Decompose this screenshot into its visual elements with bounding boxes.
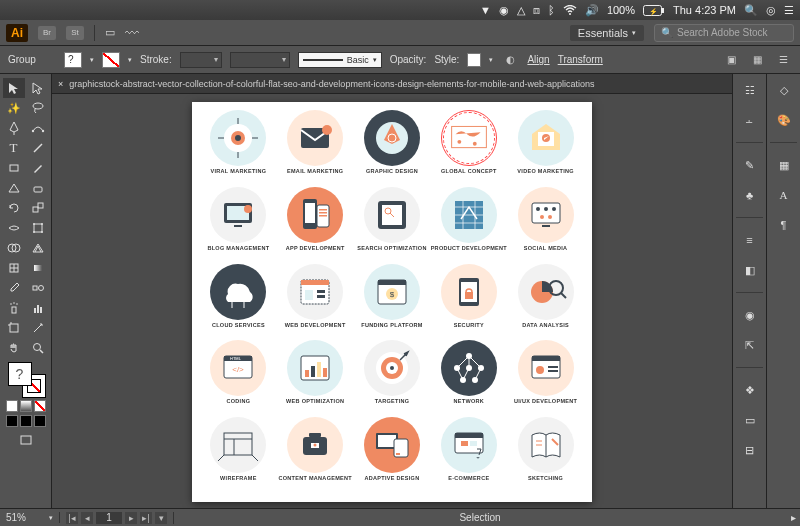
fill-color[interactable]: ?	[8, 362, 32, 386]
brushes-panel-icon[interactable]: ✎	[739, 155, 761, 175]
symbols-panel-icon[interactable]: ♣	[739, 185, 761, 205]
shaper-tool[interactable]	[3, 178, 25, 198]
fill-swatch[interactable]: ?	[64, 52, 82, 68]
status-menu-icon[interactable]: ▸	[786, 512, 800, 523]
gradient-tool[interactable]	[27, 258, 49, 278]
blend-tool[interactable]	[27, 278, 49, 298]
icon-cell[interactable]: Adaptive Design	[354, 417, 431, 494]
canvas-area[interactable]: × graphicstock-abstract-vector-collectio…	[52, 74, 732, 508]
icon-cell[interactable]: Search Optimization	[354, 187, 431, 264]
zoom-dropdown[interactable]: 51%▾	[0, 512, 60, 523]
icon-cell[interactable]: Email Marketing	[277, 110, 354, 187]
wifi-icon[interactable]	[563, 5, 577, 15]
hand-tool[interactable]	[3, 338, 25, 358]
icon-monitor[interactable]	[210, 187, 266, 243]
export-panel-icon[interactable]: ⇱	[739, 335, 761, 355]
icon-lock[interactable]	[441, 264, 497, 320]
icon-map[interactable]	[441, 110, 497, 166]
zoom-tool[interactable]	[27, 338, 49, 358]
artboard[interactable]: Viral MarketingEmail MarketingGraphic De…	[192, 102, 592, 502]
swatches-panel-icon[interactable]: ▦	[773, 155, 795, 175]
icon-cell[interactable]: $Funding Platform	[354, 264, 431, 341]
spotlight-icon[interactable]: 🔍	[744, 4, 758, 17]
icon-blueprint[interactable]	[441, 187, 497, 243]
icon-cart[interactable]	[441, 417, 497, 473]
stroke-panel-icon[interactable]: ≡	[739, 230, 761, 250]
icon-cell[interactable]: Cloud Services	[200, 264, 277, 341]
icon-cell[interactable]: Data Analysis	[507, 264, 584, 341]
transparency-panel-icon[interactable]: ◧	[739, 260, 761, 280]
icon-cell[interactable]: Viral Marketing	[200, 110, 277, 187]
icon-cell[interactable]: Graphic Design	[354, 110, 431, 187]
eraser-tool[interactable]	[27, 178, 49, 198]
icon-cell[interactable]: Targeting	[354, 340, 431, 417]
normal-draw-icon[interactable]	[6, 415, 18, 427]
pen-tool[interactable]	[3, 118, 25, 138]
rectangle-tool[interactable]	[3, 158, 25, 178]
icon-cell[interactable]: Web Development	[277, 264, 354, 341]
style-swatch[interactable]	[467, 53, 481, 67]
icon-eye[interactable]	[210, 110, 266, 166]
transform-label[interactable]: Transform	[558, 54, 603, 65]
icon-cell[interactable]: Content Management	[277, 417, 354, 494]
bluetooth-icon[interactable]: ᛒ	[548, 4, 555, 16]
workspace-switcher[interactable]: Essentials▾	[570, 25, 644, 41]
lasso-tool[interactable]	[27, 98, 49, 118]
icon-cell[interactable]: Global Concept	[430, 110, 507, 187]
type-tool[interactable]: T	[3, 138, 25, 158]
shape-builder-tool[interactable]	[3, 238, 25, 258]
screen-mode-icon[interactable]	[15, 430, 37, 450]
artboard-nav-menu[interactable]: ▾	[155, 512, 167, 524]
icon-cell[interactable]: HTML</>Coding	[200, 340, 277, 417]
paintbrush-tool[interactable]	[27, 158, 49, 178]
icon-devices[interactable]	[364, 417, 420, 473]
icon-book[interactable]	[518, 417, 574, 473]
icon-briefcase[interactable]	[287, 417, 343, 473]
stock-search-input[interactable]: 🔍Search Adobe Stock	[654, 24, 794, 42]
icon-net[interactable]	[441, 340, 497, 396]
draw-behind-icon[interactable]	[20, 415, 32, 427]
siri-icon[interactable]: ◎	[766, 4, 776, 17]
perspective-grid-tool[interactable]	[27, 238, 49, 258]
free-transform-tool[interactable]	[27, 218, 49, 238]
artboards-panel-icon[interactable]: ▭	[739, 410, 761, 430]
icon-wireframe[interactable]	[210, 417, 266, 473]
icon-window[interactable]	[287, 264, 343, 320]
artboard-number[interactable]: 1	[96, 512, 122, 524]
libraries-panel-icon[interactable]: ◇	[773, 80, 795, 100]
brush-dropdown[interactable]: Basic▾	[298, 52, 382, 68]
control-menu-icon[interactable]: ☰	[774, 52, 792, 68]
color-mode-icon[interactable]	[6, 400, 18, 412]
align-label[interactable]: Align	[527, 54, 549, 65]
direct-selection-tool[interactable]	[27, 78, 49, 98]
icon-envelope[interactable]	[287, 110, 343, 166]
recolor-artwork-icon[interactable]: ◐	[501, 52, 519, 68]
line-tool[interactable]	[27, 138, 49, 158]
magic-wand-tool[interactable]: ✨	[3, 98, 25, 118]
icon-cell[interactable]: UI/UX Development	[507, 340, 584, 417]
icon-bars[interactable]	[287, 340, 343, 396]
paragraph-panel-icon[interactable]: ¶	[773, 215, 795, 235]
icon-mailopen[interactable]	[518, 110, 574, 166]
icon-pie[interactable]	[518, 264, 574, 320]
cc-icon[interactable]: ◉	[499, 4, 509, 17]
bridge-badge[interactable]: Br	[38, 26, 56, 40]
column-graph-tool[interactable]	[27, 298, 49, 318]
draw-inside-icon[interactable]	[34, 415, 46, 427]
appearance-panel-icon[interactable]: ◉	[739, 305, 761, 325]
icon-browser[interactable]: $	[364, 264, 420, 320]
prev-artboard-button[interactable]: ◂	[81, 512, 93, 524]
edit-clip-icon[interactable]: ▦	[748, 52, 766, 68]
icon-cell[interactable]: Network	[430, 340, 507, 417]
icon-cell[interactable]: App Development	[277, 187, 354, 264]
stroke-swatch[interactable]	[102, 52, 120, 68]
gdrive-icon[interactable]: △	[517, 4, 525, 17]
icon-cell[interactable]: Video Marketing	[507, 110, 584, 187]
align-panel-icon[interactable]: ⫠	[739, 110, 761, 130]
curvature-tool[interactable]	[27, 118, 49, 138]
battery-icon[interactable]: ⚡	[643, 5, 665, 16]
links-panel-icon[interactable]: ⊟	[739, 440, 761, 460]
icon-tablet[interactable]	[364, 187, 420, 243]
icon-cell[interactable]: Wireframe	[200, 417, 277, 494]
first-artboard-button[interactable]: |◂	[66, 512, 78, 524]
